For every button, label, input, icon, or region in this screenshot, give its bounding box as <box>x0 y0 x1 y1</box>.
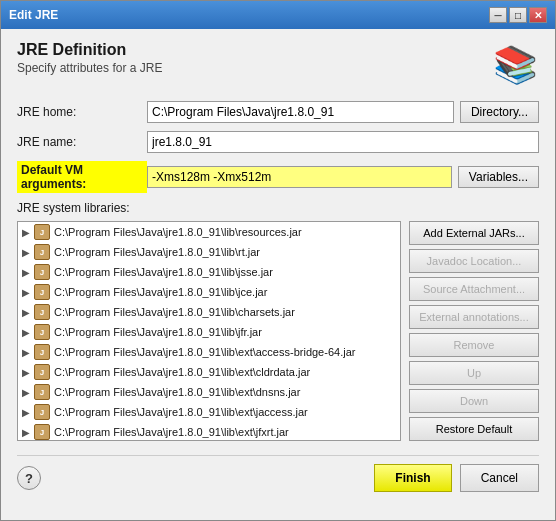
expand-arrow-icon: ▶ <box>22 247 30 258</box>
books-icon: 📚 <box>493 44 538 86</box>
lib-path: C:\Program Files\Java\jre1.8.0_91\lib\re… <box>54 226 302 238</box>
source-attachment-button[interactable]: Source Attachment... <box>409 277 539 301</box>
jar-icon: J <box>34 284 50 300</box>
expand-arrow-icon: ▶ <box>22 287 30 298</box>
expand-arrow-icon: ▶ <box>22 387 30 398</box>
jar-icon: J <box>34 224 50 240</box>
minimize-button[interactable]: ─ <box>489 7 507 23</box>
list-item[interactable]: ▶ J C:\Program Files\Java\jre1.8.0_91\li… <box>18 382 400 402</box>
lib-path: C:\Program Files\Java\jre1.8.0_91\lib\jf… <box>54 326 262 338</box>
expand-arrow-icon: ▶ <box>22 227 30 238</box>
jar-icon: J <box>34 324 50 340</box>
remove-button[interactable]: Remove <box>409 333 539 357</box>
lib-path: C:\Program Files\Java\jre1.8.0_91\lib\ex… <box>54 346 355 358</box>
jre-name-input[interactable] <box>147 131 539 153</box>
jar-icon: J <box>34 424 50 440</box>
expand-arrow-icon: ▶ <box>22 427 30 438</box>
window-title: Edit JRE <box>9 8 58 22</box>
footer-right: Finish Cancel <box>374 464 539 492</box>
lib-path: C:\Program Files\Java\jre1.8.0_91\lib\jc… <box>54 286 267 298</box>
dialog-subtitle: Specify attributes for a JRE <box>17 61 162 75</box>
list-item[interactable]: ▶ J C:\Program Files\Java\jre1.8.0_91\li… <box>18 342 400 362</box>
jar-icon: J <box>34 264 50 280</box>
header-section: JRE Definition Specify attributes for a … <box>17 41 539 89</box>
expand-arrow-icon: ▶ <box>22 347 30 358</box>
jre-home-row: JRE home: Directory... <box>17 101 539 123</box>
header-text: JRE Definition Specify attributes for a … <box>17 41 162 75</box>
vm-args-row: Default VM arguments: Variables... <box>17 161 539 193</box>
libraries-label: JRE system libraries: <box>17 201 539 215</box>
finish-button[interactable]: Finish <box>374 464 451 492</box>
vm-args-input[interactable] <box>147 166 452 188</box>
jre-name-label: JRE name: <box>17 135 147 149</box>
close-button[interactable]: ✕ <box>529 7 547 23</box>
variables-button[interactable]: Variables... <box>458 166 539 188</box>
header-icon: 📚 <box>491 41 539 89</box>
dialog-content: JRE Definition Specify attributes for a … <box>1 29 555 504</box>
list-item[interactable]: ▶ J C:\Program Files\Java\jre1.8.0_91\li… <box>18 282 400 302</box>
expand-arrow-icon: ▶ <box>22 407 30 418</box>
lib-path: C:\Program Files\Java\jre1.8.0_91\lib\ex… <box>54 406 308 418</box>
footer: ? Finish Cancel <box>17 455 539 492</box>
jre-name-row: JRE name: <box>17 131 539 153</box>
expand-arrow-icon: ▶ <box>22 307 30 318</box>
title-controls: ─ □ ✕ <box>489 7 547 23</box>
directory-button[interactable]: Directory... <box>460 101 539 123</box>
list-item[interactable]: ▶ J C:\Program Files\Java\jre1.8.0_91\li… <box>18 262 400 282</box>
jar-icon: J <box>34 364 50 380</box>
jre-home-label: JRE home: <box>17 105 147 119</box>
dialog-title: JRE Definition <box>17 41 162 59</box>
vm-args-label: Default VM arguments: <box>17 161 147 193</box>
libraries-section: ▶ J C:\Program Files\Java\jre1.8.0_91\li… <box>17 221 539 441</box>
down-button[interactable]: Down <box>409 389 539 413</box>
footer-left: ? <box>17 466 41 490</box>
list-item[interactable]: ▶ J C:\Program Files\Java\jre1.8.0_91\li… <box>18 402 400 422</box>
expand-arrow-icon: ▶ <box>22 267 30 278</box>
lib-list: ▶ J C:\Program Files\Java\jre1.8.0_91\li… <box>18 222 400 441</box>
add-external-jars-button[interactable]: Add External JARs... <box>409 221 539 245</box>
jar-icon: J <box>34 244 50 260</box>
list-item[interactable]: ▶ J C:\Program Files\Java\jre1.8.0_91\li… <box>18 362 400 382</box>
lib-path: C:\Program Files\Java\jre1.8.0_91\lib\ex… <box>54 426 289 438</box>
expand-arrow-icon: ▶ <box>22 327 30 338</box>
jar-icon: J <box>34 384 50 400</box>
lib-path: C:\Program Files\Java\jre1.8.0_91\lib\ex… <box>54 386 300 398</box>
lib-path: C:\Program Files\Java\jre1.8.0_91\lib\rt… <box>54 246 260 258</box>
expand-arrow-icon: ▶ <box>22 367 30 378</box>
list-item[interactable]: ▶ J C:\Program Files\Java\jre1.8.0_91\li… <box>18 422 400 441</box>
lib-path: C:\Program Files\Java\jre1.8.0_91\lib\ch… <box>54 306 295 318</box>
list-item[interactable]: ▶ J C:\Program Files\Java\jre1.8.0_91\li… <box>18 322 400 342</box>
list-item[interactable]: ▶ J C:\Program Files\Java\jre1.8.0_91\li… <box>18 242 400 262</box>
side-buttons: Add External JARs... Javadoc Location...… <box>409 221 539 441</box>
javadoc-location-button[interactable]: Javadoc Location... <box>409 249 539 273</box>
up-button[interactable]: Up <box>409 361 539 385</box>
lib-path: C:\Program Files\Java\jre1.8.0_91\lib\ex… <box>54 366 310 378</box>
restore-default-button[interactable]: Restore Default <box>409 417 539 441</box>
lib-path: C:\Program Files\Java\jre1.8.0_91\lib\js… <box>54 266 273 278</box>
maximize-button[interactable]: □ <box>509 7 527 23</box>
jre-home-input[interactable] <box>147 101 454 123</box>
external-annotations-button[interactable]: External annotations... <box>409 305 539 329</box>
edit-jre-window: Edit JRE ─ □ ✕ JRE Definition Specify at… <box>0 0 556 521</box>
jar-icon: J <box>34 344 50 360</box>
list-item[interactable]: ▶ J C:\Program Files\Java\jre1.8.0_91\li… <box>18 302 400 322</box>
lib-list-container[interactable]: ▶ J C:\Program Files\Java\jre1.8.0_91\li… <box>17 221 401 441</box>
jar-icon: J <box>34 404 50 420</box>
help-button[interactable]: ? <box>17 466 41 490</box>
cancel-button[interactable]: Cancel <box>460 464 539 492</box>
title-bar: Edit JRE ─ □ ✕ <box>1 1 555 29</box>
jar-icon: J <box>34 304 50 320</box>
list-item[interactable]: ▶ J C:\Program Files\Java\jre1.8.0_91\li… <box>18 222 400 242</box>
